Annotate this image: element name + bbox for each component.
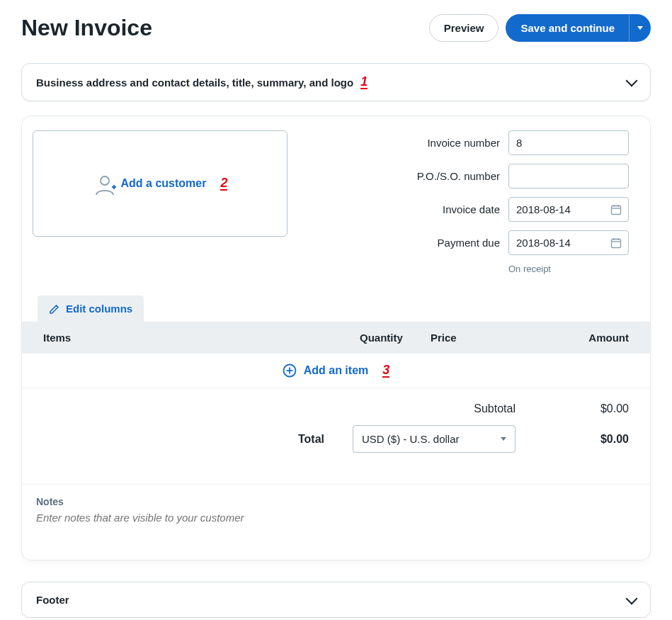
edit-columns-label: Edit columns	[66, 303, 132, 315]
subtotal-row: Subtotal $0.00	[43, 402, 629, 415]
footer-panel[interactable]: Footer	[21, 582, 651, 618]
svg-rect-3	[612, 205, 621, 214]
annotation-1: 1	[360, 75, 368, 89]
invoice-number-row: Invoice number	[387, 130, 629, 155]
svg-rect-7	[612, 239, 621, 247]
notes-label: Notes	[36, 496, 636, 507]
payment-due-hint: On receipt	[508, 264, 629, 274]
caret-down-icon	[637, 26, 643, 30]
header-actions: Preview Save and continue	[429, 14, 651, 42]
chevron-down-icon	[626, 592, 638, 604]
footer-panel-label: Footer	[36, 594, 69, 606]
total-label: Total	[298, 433, 324, 446]
page-header: New Invoice Preview Save and continue	[21, 14, 651, 42]
calendar-icon[interactable]	[610, 204, 622, 215]
business-details-panel[interactable]: Business address and contact details, ti…	[21, 63, 651, 101]
save-dropdown-toggle[interactable]	[630, 14, 651, 42]
subtotal-value: $0.00	[544, 402, 629, 415]
plus-circle-icon	[283, 363, 297, 378]
invoice-top-section: Add a customer 2 Invoice number P.O./S.O…	[22, 116, 650, 295]
total-value: $0.00	[544, 433, 629, 446]
add-item-row[interactable]: Add an item 3	[22, 354, 650, 388]
total-row: Total USD ($) - U.S. dollar $0.00	[43, 425, 629, 453]
pencil-icon	[49, 303, 60, 315]
person-add-icon	[93, 173, 114, 194]
save-split-button: Save and continue	[506, 14, 651, 42]
add-customer-inner: Add a customer 2	[93, 173, 228, 194]
invoice-number-label: Invoice number	[387, 137, 500, 149]
save-and-continue-button[interactable]: Save and continue	[506, 14, 630, 42]
annotation-3: 3	[382, 363, 389, 378]
invoice-date-row: Invoice date	[387, 197, 629, 222]
annotation-2: 2	[220, 176, 227, 191]
calendar-icon[interactable]	[610, 237, 622, 249]
notes-input[interactable]	[36, 512, 636, 524]
add-item-label: Add an item	[304, 364, 369, 377]
business-details-text: Business address and contact details, ti…	[36, 77, 353, 89]
col-header-quantity: Quantity	[360, 332, 431, 344]
caret-down-icon	[501, 437, 506, 441]
business-details-label: Business address and contact details, ti…	[36, 75, 368, 89]
invoice-form-panel: Add a customer 2 Invoice number P.O./S.O…	[21, 115, 651, 560]
col-header-amount: Amount	[537, 332, 629, 344]
poso-row: P.O./S.O. number	[387, 164, 629, 188]
edit-columns-wrap: Edit columns	[22, 295, 650, 322]
currency-select[interactable]: USD ($) - U.S. dollar	[353, 425, 516, 453]
invoice-number-input[interactable]	[508, 130, 629, 155]
payment-due-row: Payment due	[387, 230, 629, 255]
currency-value: USD ($) - U.S. dollar	[362, 433, 460, 445]
add-item-inner: Add an item 3	[283, 363, 390, 378]
poso-label: P.O./S.O. number	[387, 170, 500, 182]
payment-due-hint-row: On receipt	[508, 264, 629, 274]
subtotal-label: Subtotal	[474, 402, 516, 415]
chevron-down-icon	[626, 75, 638, 87]
svg-point-0	[101, 176, 109, 185]
totals-section: Subtotal $0.00 Total USD ($) - U.S. doll…	[22, 388, 650, 484]
invoice-meta-fields: Invoice number P.O./S.O. number Invoice …	[316, 130, 629, 274]
preview-button[interactable]: Preview	[429, 14, 499, 42]
add-customer-label: Add a customer	[121, 177, 207, 190]
col-header-price: Price	[431, 332, 537, 344]
col-header-items: Items	[43, 332, 360, 344]
poso-input[interactable]	[508, 164, 629, 188]
invoice-date-label: Invoice date	[387, 203, 500, 215]
page-title: New Invoice	[21, 15, 152, 41]
notes-section: Notes	[22, 484, 650, 560]
add-customer-box[interactable]: Add a customer 2	[33, 130, 287, 237]
line-items-header: Items Quantity Price Amount	[22, 322, 650, 354]
edit-columns-button[interactable]: Edit columns	[38, 295, 144, 322]
payment-due-label: Payment due	[387, 237, 500, 249]
